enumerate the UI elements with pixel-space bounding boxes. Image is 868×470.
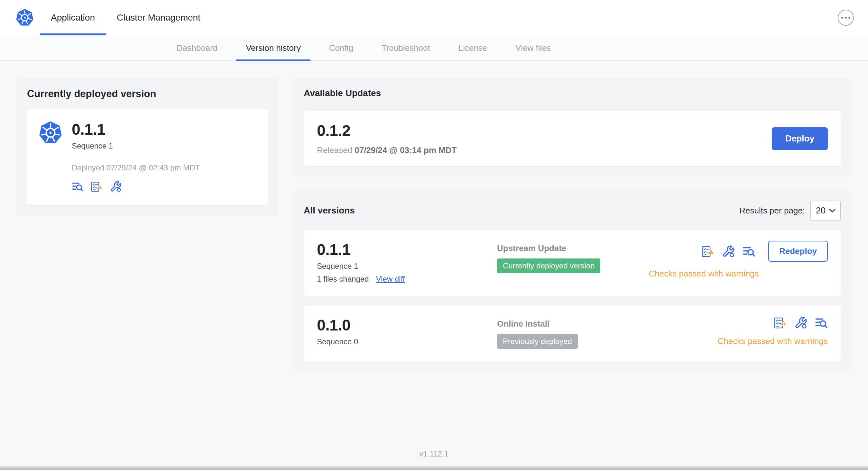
- row-version-number: 0.1.0: [317, 316, 497, 334]
- release-notes-icon[interactable]: [72, 181, 84, 193]
- row-sequence: Sequence 1: [317, 262, 497, 271]
- config-wrench-icon[interactable]: [722, 245, 735, 258]
- view-diff-link[interactable]: View diff: [376, 274, 405, 283]
- preflight-checks-warning-icon[interactable]: [91, 181, 103, 193]
- results-per-page-select[interactable]: 20: [810, 201, 841, 221]
- overflow-menu-button[interactable]: [838, 10, 854, 26]
- released-label: Released: [317, 145, 354, 155]
- subtab-view-files[interactable]: View files: [501, 35, 565, 61]
- deployed-icon-row: [72, 181, 200, 193]
- update-row: 0.1.2 Released 07/29/24 @ 03:14 pm MDT D…: [304, 110, 841, 167]
- row-sequence: Sequence 0: [317, 337, 497, 346]
- subtab-version-history[interactable]: Version history: [231, 35, 315, 61]
- subtab-troubleshoot[interactable]: Troubleshoot: [367, 35, 444, 61]
- source-label: Online Install: [497, 319, 718, 329]
- tab-cluster-management[interactable]: Cluster Management: [106, 0, 211, 35]
- kubernetes-logo-icon: [16, 8, 34, 27]
- app-version-footer: v1.112.1: [0, 449, 868, 459]
- update-released-line: Released 07/29/24 @ 03:14 pm MDT: [317, 145, 457, 155]
- subtab-config[interactable]: Config: [315, 35, 367, 61]
- results-per-page-label: Results per page:: [739, 206, 805, 216]
- files-changed-label: 1 files changed: [317, 274, 369, 283]
- version-info: 0.1.1 Sequence 1 1 files changed View di…: [317, 241, 497, 283]
- all-versions-title: All versions: [304, 205, 355, 216]
- version-source: Upstream Update Currently deployed versi…: [497, 241, 649, 273]
- version-row: 0.1.0 Sequence 0 Online Install Previous…: [304, 305, 841, 361]
- version-actions: Checks passed with warnings: [718, 316, 828, 346]
- app-subnav: Dashboard Version history Config Trouble…: [0, 35, 868, 61]
- version-row: 0.1.1 Sequence 1 1 files changed View di…: [304, 230, 841, 296]
- available-updates-card: Available Updates 0.1.2 Released 07/29/2…: [293, 78, 851, 177]
- source-label: Upstream Update: [497, 243, 649, 253]
- released-timestamp: 07/29/24 @ 03:14 pm MDT: [354, 145, 457, 155]
- app-page: Application Cluster Management Dashboard…: [0, 0, 868, 470]
- deployed-timestamp: Deployed 07/29/24 @ 02:43 pm MDT: [72, 163, 200, 172]
- deployed-version-number: 0.1.1: [72, 121, 200, 138]
- version-info: 0.1.0 Sequence 0: [317, 316, 497, 346]
- results-per-page-value: 20: [816, 206, 826, 216]
- currently-deployed-card: Currently deployed version 0.1.1 Sequenc…: [17, 78, 279, 216]
- available-updates-title: Available Updates: [304, 88, 841, 98]
- checks-status-text: Checks passed with warnings: [718, 336, 828, 346]
- status-badge: Currently deployed version: [497, 259, 600, 273]
- tab-application[interactable]: Application: [40, 0, 106, 35]
- redeploy-button[interactable]: Redeploy: [768, 241, 828, 262]
- topbar: Application Cluster Management: [0, 0, 868, 35]
- subtab-dashboard[interactable]: Dashboard: [162, 35, 231, 61]
- release-notes-icon[interactable]: [743, 245, 755, 258]
- version-source: Online Install Previously deployed: [497, 316, 718, 349]
- deployed-sequence: Sequence 1: [72, 141, 200, 150]
- version-actions: Redeploy Checks passed with warnings: [649, 241, 828, 279]
- right-column: Available Updates 0.1.2 Released 07/29/2…: [293, 78, 851, 372]
- preflight-checks-warning-icon[interactable]: [774, 316, 786, 329]
- subtab-license[interactable]: License: [444, 35, 502, 61]
- results-per-page: Results per page: 20: [739, 201, 841, 221]
- status-badge: Previously deployed: [497, 334, 578, 349]
- page-bottom-edge: [0, 466, 868, 470]
- config-wrench-icon[interactable]: [794, 316, 807, 329]
- all-versions-header: All versions Results per page: 20: [304, 201, 841, 221]
- deployed-version-panel: 0.1.1 Sequence 1 Deployed 07/29/24 @ 02:…: [27, 109, 268, 206]
- main-content: Currently deployed version 0.1.1 Sequenc…: [0, 61, 868, 372]
- all-versions-card: All versions Results per page: 20 0.1.1 …: [293, 190, 851, 372]
- top-nav: Application Cluster Management: [40, 0, 211, 35]
- release-notes-icon[interactable]: [815, 316, 828, 329]
- currently-deployed-title: Currently deployed version: [27, 88, 268, 100]
- kubernetes-app-icon: [38, 121, 63, 145]
- checks-status-text: Checks passed with warnings: [649, 269, 759, 279]
- config-wrench-icon[interactable]: [110, 181, 122, 193]
- row-version-number: 0.1.1: [317, 241, 497, 259]
- deploy-button[interactable]: Deploy: [772, 127, 828, 150]
- preflight-checks-warning-icon[interactable]: [701, 245, 714, 258]
- chevron-down-icon: [829, 208, 836, 213]
- update-version-number: 0.1.2: [317, 122, 457, 139]
